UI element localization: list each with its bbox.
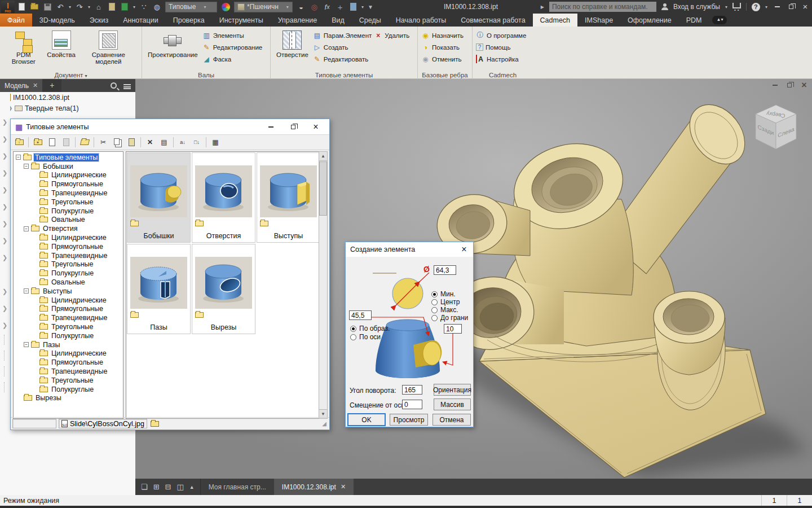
tree-node[interactable]: −Бобышки [15, 162, 123, 171]
depth-input[interactable] [444, 324, 462, 334]
undo-caret-icon[interactable]: ▾ [69, 5, 71, 10]
ribbon-tab-эскиз[interactable]: Эскиз [82, 14, 116, 27]
chamfer-button[interactable]: ◢Фаска [202, 54, 263, 64]
ribbon-tab-совместная-работа[interactable]: Совместная работа [453, 14, 532, 27]
dialog-title-bar[interactable]: ▦ Типовые элементы × [11, 119, 329, 135]
help-cadmech-button[interactable]: ?Помощь [476, 42, 526, 52]
position-option-макс-[interactable]: Макс. [431, 306, 468, 314]
help-search-input[interactable] [549, 2, 656, 12]
reference-option-по-оси[interactable]: По оси [350, 333, 390, 341]
scroll-up-icon[interactable]: ▲ [319, 152, 327, 161]
ribbon-tab-pdm[interactable]: PDM [679, 14, 709, 27]
ribbon-display-options-icon[interactable]: ▲▾ [712, 16, 727, 24]
tree-node[interactable]: Цилиндрические [15, 296, 123, 305]
axis-offset-input[interactable] [402, 400, 422, 409]
doc-restore-button[interactable] [785, 81, 794, 89]
ribbon-tab-3d-модель[interactable]: 3D-модель [32, 14, 82, 27]
signin-button[interactable]: Вход в службы [673, 3, 720, 11]
collapse-tabs-icon[interactable]: ▲ [189, 484, 195, 490]
tree-expand-chevron-icon[interactable]: ❯ [2, 169, 7, 177]
delete-element-button[interactable]: ×Удалить [374, 30, 409, 40]
tile-windows-icon[interactable]: ⊞ [153, 483, 160, 491]
ribbon-tab-начало-работы[interactable]: Начало работы [389, 14, 453, 27]
undo-icon[interactable]: ↶ [56, 2, 65, 11]
new-item-button[interactable] [46, 137, 58, 148]
ok-button[interactable]: OK [348, 414, 385, 426]
document-tab[interactable]: IM1000.12.308.ipt✕ [274, 479, 354, 495]
collapse-box-icon[interactable]: − [24, 342, 29, 347]
array-button[interactable]: Массив [434, 398, 471, 410]
ribbon-tab-imshape[interactable]: IMShape [577, 14, 620, 27]
cancel-edge-button[interactable]: ◉Отменить [421, 54, 464, 64]
cancel-button[interactable]: Отмена [433, 414, 471, 426]
parameters-fx-icon[interactable]: fx [323, 2, 332, 11]
tree-expand-chevron-icon[interactable]: ❯ [2, 186, 7, 194]
new-item-disabled-button[interactable] [60, 137, 72, 148]
appearance-dropdown[interactable]: *Пшеничн ▾ [234, 2, 293, 12]
diameter-input[interactable] [434, 265, 456, 275]
split-vertical-icon[interactable]: ◫ [176, 483, 183, 491]
about-button[interactable]: ⓘО программе [476, 30, 526, 40]
tree-node[interactable]: Треугольные [15, 376, 123, 385]
store-cart-icon[interactable] [732, 3, 741, 8]
tree-expand-chevron-icon[interactable]: ❯ [2, 237, 7, 244]
task-panel-icon[interactable] [348, 2, 358, 11]
tree-expand-chevron-icon[interactable]: ❯ [2, 119, 7, 126]
position-option-центр[interactable]: Центр [431, 298, 468, 306]
tree-node[interactable]: Прямоугольные [15, 305, 123, 314]
tree-node[interactable]: Овальные [15, 216, 123, 225]
dialog-close-button[interactable]: × [311, 123, 320, 131]
tree-node[interactable]: Полукруглые [15, 269, 123, 278]
orientation-button[interactable]: Ориентация [434, 384, 471, 396]
ribbon-tab-среды[interactable]: Среды [352, 14, 389, 27]
view-cube[interactable]: Сверху Сзади Слева [752, 103, 800, 155]
redo-caret-icon[interactable]: ▾ [88, 5, 90, 10]
shaft-elements-button[interactable]: ▥Элементы [202, 30, 263, 40]
up-level-button[interactable]: ↑ [13, 137, 25, 148]
ribbon-tab-оформление[interactable]: Оформление [620, 14, 679, 27]
material-dropdown[interactable]: Типовые ▾ [165, 2, 217, 12]
tree-node[interactable]: −Пазы [15, 340, 123, 349]
tree-expand-chevron-icon[interactable]: ❯ [2, 203, 7, 211]
preview-button[interactable]: Просмотр [390, 414, 428, 426]
delete-button[interactable]: ✕ [144, 137, 156, 148]
ribbon-tab-проверка[interactable]: Проверка [166, 14, 212, 27]
tree-node[interactable]: Трапециевидные [15, 367, 123, 376]
tree-node[interactable]: −Типовые элементы [15, 153, 123, 162]
qat-customize-icon[interactable]: ▼ [368, 4, 373, 10]
inventor-logo-icon[interactable]: IPRO [1, 1, 15, 13]
radio-icon[interactable] [350, 326, 356, 332]
solid-bodies-node[interactable]: ❯ Твердые тела(1) [0, 103, 135, 113]
search-expand-icon[interactable]: ▶ [541, 5, 544, 10]
new-document-icon[interactable] [17, 2, 26, 11]
cascade-windows-icon[interactable]: ❏ [141, 483, 148, 491]
position-option-мин-[interactable]: Мин. [431, 290, 468, 298]
position-option-до-грани[interactable]: До грани [431, 314, 468, 322]
ribbon-tab-cadmech[interactable]: Cadmech [533, 14, 578, 27]
tree-node[interactable]: Цилиндрические [15, 233, 123, 242]
reference-option-по-образ-[interactable]: По образ. [350, 325, 390, 332]
color-wheel-icon[interactable] [221, 2, 230, 11]
task-caret-icon[interactable]: ▾ [361, 5, 364, 10]
thumbnail-boss[interactable]: Бобышки [127, 152, 191, 243]
tree-expand-chevron-icon[interactable]: ❯ [2, 322, 7, 329]
group-label-document[interactable]: Документ ▾ [0, 72, 142, 78]
tree-node[interactable]: Овальные [15, 278, 123, 287]
document-tab[interactable]: Моя главная стр... [201, 479, 274, 495]
update-icon[interactable] [120, 2, 129, 11]
model-tab-close-icon[interactable]: ✕ [33, 82, 38, 89]
tree-node[interactable]: Трапециевидные [15, 313, 123, 322]
open-item-button[interactable] [78, 137, 91, 148]
tree-node[interactable]: Треугольные [15, 260, 123, 269]
item-properties-button[interactable]: ▤ [158, 137, 170, 148]
split-horizontal-icon[interactable]: ⊟ [165, 483, 171, 491]
angle-input[interactable] [402, 385, 422, 395]
clear-appearance-icon[interactable]: ◎ [310, 2, 319, 11]
sort-az-button[interactable]: a↓ [176, 137, 189, 148]
thumbnails-scrollbar[interactable]: ▲ ▼ [319, 151, 328, 419]
properties-button[interactable]: Свойства [46, 28, 77, 70]
add-icon[interactable]: + [336, 2, 345, 11]
status-folder-icon[interactable] [151, 421, 159, 427]
assign-edge-button[interactable]: ◉Назначить [421, 30, 464, 40]
tree-expand-chevron-icon[interactable]: ❯ [2, 288, 7, 295]
